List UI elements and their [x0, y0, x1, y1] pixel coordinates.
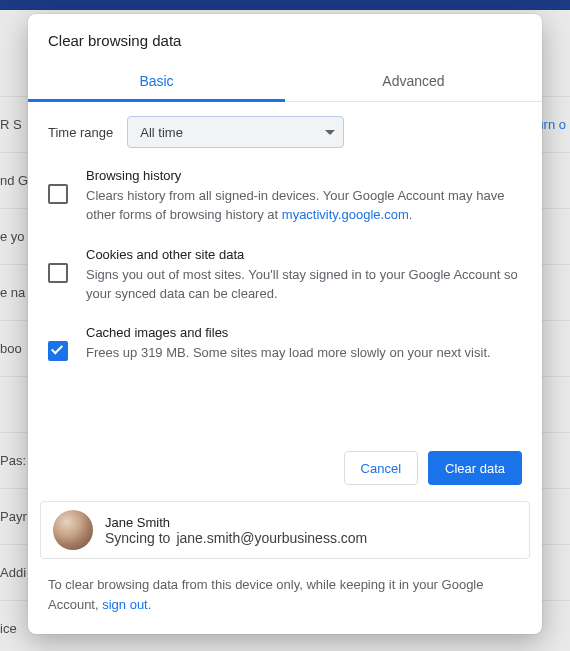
account-name: Jane Smith	[105, 515, 367, 530]
option-row: Browsing historyClears history from all …	[48, 168, 522, 225]
avatar	[53, 510, 93, 550]
account-email: jane.smith@yourbusiness.com	[176, 530, 367, 546]
dialog-tabs: Basic Advanced	[28, 63, 542, 102]
account-info: Jane Smith Syncing to jane.smith@yourbus…	[40, 501, 530, 559]
option-checkbox[interactable]	[48, 184, 68, 204]
tab-advanced[interactable]: Advanced	[285, 63, 542, 101]
option-description: Frees up 319 MB. Some sites may load mor…	[86, 344, 522, 363]
option-checkbox[interactable]	[48, 263, 68, 283]
dialog-footer-text: To clear browsing data from this device …	[28, 559, 542, 634]
clear-data-button[interactable]: Clear data	[428, 451, 522, 485]
option-title: Cookies and other site data	[86, 247, 522, 262]
option-row: Cookies and other site dataSigns you out…	[48, 247, 522, 304]
top-bar	[0, 0, 570, 10]
cancel-button[interactable]: Cancel	[344, 451, 418, 485]
tab-basic[interactable]: Basic	[28, 63, 285, 101]
time-range-value: All time	[140, 125, 183, 140]
time-range-label: Time range	[48, 125, 113, 140]
option-title: Cached images and files	[86, 325, 522, 340]
option-title: Browsing history	[86, 168, 522, 183]
chevron-down-icon	[325, 130, 335, 135]
sync-label: Syncing to	[105, 530, 170, 546]
option-description: Signs you out of most sites. You'll stay…	[86, 266, 522, 304]
clear-browsing-data-dialog: Clear browsing data Basic Advanced Time …	[28, 14, 542, 634]
option-checkbox[interactable]	[48, 341, 68, 361]
option-row: Cached images and filesFrees up 319 MB. …	[48, 325, 522, 363]
dialog-content: Time range All time Browsing historyClea…	[28, 102, 542, 451]
sign-out-link[interactable]: sign out	[102, 597, 148, 612]
option-link[interactable]: myactivity.google.com	[282, 207, 409, 222]
time-range-select[interactable]: All time	[127, 116, 344, 148]
option-description: Clears history from all signed-in device…	[86, 187, 522, 225]
dialog-title: Clear browsing data	[28, 14, 542, 63]
